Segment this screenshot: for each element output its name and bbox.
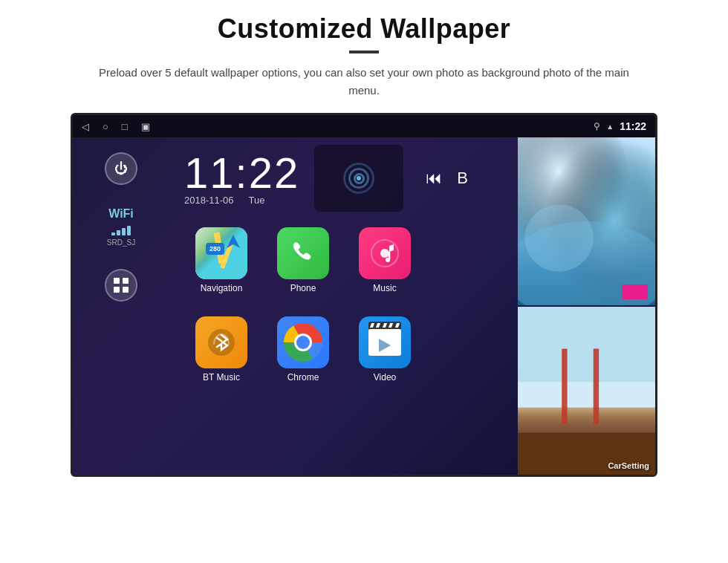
location-icon: ⚲ (594, 121, 600, 131)
pink-box-overlay (622, 284, 648, 299)
phone-icon (277, 227, 329, 279)
left-sidebar: ⏻ WiFi SRD_SJ (73, 137, 169, 475)
svg-marker-4 (227, 235, 240, 248)
svg-point-6 (380, 249, 389, 258)
svg-rect-20 (594, 349, 599, 425)
svg-point-16 (524, 204, 594, 271)
stripe-5 (395, 323, 400, 328)
svg-rect-18 (518, 383, 655, 408)
svg-rect-1 (123, 278, 129, 284)
clock-time: 11:22 (184, 152, 299, 195)
map-shield: 280 (206, 243, 224, 255)
power-button[interactable]: ⏻ (105, 152, 137, 185)
clock-area: 11:22 2018-11-06 Tue (177, 145, 518, 212)
stripe-3 (383, 323, 388, 328)
play-arrow (379, 339, 391, 352)
clock-widget: 11:22 2018-11-06 Tue (184, 152, 299, 206)
svg-point-12 (296, 336, 310, 349)
device-frame: ◁ ○ □ ▣ ⚲ ▲ 11:22 ⏻ WiFi (71, 113, 657, 477)
title-divider (349, 51, 379, 53)
page-title: Customized Wallpaper (218, 13, 511, 45)
stripe-2 (376, 323, 381, 328)
wifi-widget: WiFi SRD_SJ (107, 207, 135, 247)
apps-grid-button[interactable] (105, 269, 137, 302)
ice-cave-preview (518, 137, 655, 305)
wifi-bar-2 (117, 230, 120, 235)
bridge-preview (518, 307, 655, 475)
media-controls: ⏮ B (426, 169, 468, 188)
media-widget (314, 145, 403, 212)
car-setting-label: CarSetting (608, 461, 649, 470)
wifi-bar-4 (127, 226, 131, 235)
clapperboard-icon (368, 329, 401, 356)
navigation-label: Navigation (201, 283, 243, 293)
app-item-chrome[interactable]: Chrome (266, 308, 340, 390)
wallpaper-thumb-bridge[interactable]: CarSetting (518, 307, 655, 475)
svg-rect-2 (114, 287, 120, 293)
video-icon (359, 316, 411, 368)
phone-label: Phone (290, 283, 316, 293)
clap-top (368, 322, 401, 329)
svg-rect-3 (123, 287, 129, 293)
app-item-phone[interactable]: Phone (266, 219, 340, 301)
stripe-4 (389, 323, 394, 328)
clock-date-value: 2018-11-06 (184, 195, 234, 206)
stripe-1 (370, 323, 375, 328)
wallpaper-panel: CarSetting (518, 137, 655, 475)
screenshot-icon[interactable]: ▣ (141, 121, 150, 132)
navigation-icon: 280 (195, 227, 247, 279)
music-label: Music (373, 283, 396, 293)
wifi-status-icon: ▲ (606, 123, 614, 131)
status-bar-left: ◁ ○ □ ▣ (82, 121, 150, 132)
prev-track-button[interactable]: ⏮ (426, 169, 442, 188)
main-content: ⏻ WiFi SRD_SJ (73, 137, 655, 475)
status-bar-right: ⚲ ▲ 11:22 (594, 120, 646, 132)
app-grid: 280 Navigation (177, 219, 518, 390)
wifi-bar-1 (111, 232, 115, 235)
music-icon (359, 227, 411, 279)
clock-day: Tue (249, 195, 265, 206)
wifi-label: WiFi (107, 207, 135, 221)
app-item-video[interactable]: Video (348, 308, 422, 390)
app-item-navigation[interactable]: 280 Navigation (184, 219, 259, 301)
btmusic-icon (195, 316, 247, 368)
status-bar: ◁ ○ □ ▣ ⚲ ▲ 11:22 (73, 115, 655, 137)
chrome-label: Chrome (287, 372, 319, 383)
wallpaper-thumb-ice[interactable] (518, 137, 655, 305)
video-label: Video (374, 372, 396, 383)
app-item-music[interactable]: Music (348, 219, 422, 301)
svg-rect-17 (518, 307, 655, 383)
center-content: 11:22 2018-11-06 Tue (169, 137, 518, 475)
home-icon[interactable]: ○ (103, 121, 108, 132)
wifi-ssid: SRD_SJ (107, 238, 135, 247)
signal-rings (340, 160, 377, 197)
page-subtitle: Preload over 5 default wallpaper options… (97, 64, 631, 100)
btmusic-label: BT Music (203, 372, 240, 383)
page-container: Customized Wallpaper Preload over 5 defa… (0, 0, 728, 563)
svg-rect-0 (114, 278, 120, 284)
wifi-bars (107, 224, 135, 235)
svg-rect-19 (562, 349, 567, 425)
track-label: B (457, 169, 468, 188)
back-icon[interactable]: ◁ (82, 121, 89, 132)
clap-main (368, 329, 401, 356)
status-time: 11:22 (620, 120, 646, 132)
svg-point-8 (386, 258, 390, 262)
wifi-bar-3 (122, 228, 126, 235)
app-item-btmusic[interactable]: BT Music (184, 308, 259, 390)
chrome-icon (277, 316, 329, 368)
recent-icon[interactable]: □ (122, 121, 128, 132)
